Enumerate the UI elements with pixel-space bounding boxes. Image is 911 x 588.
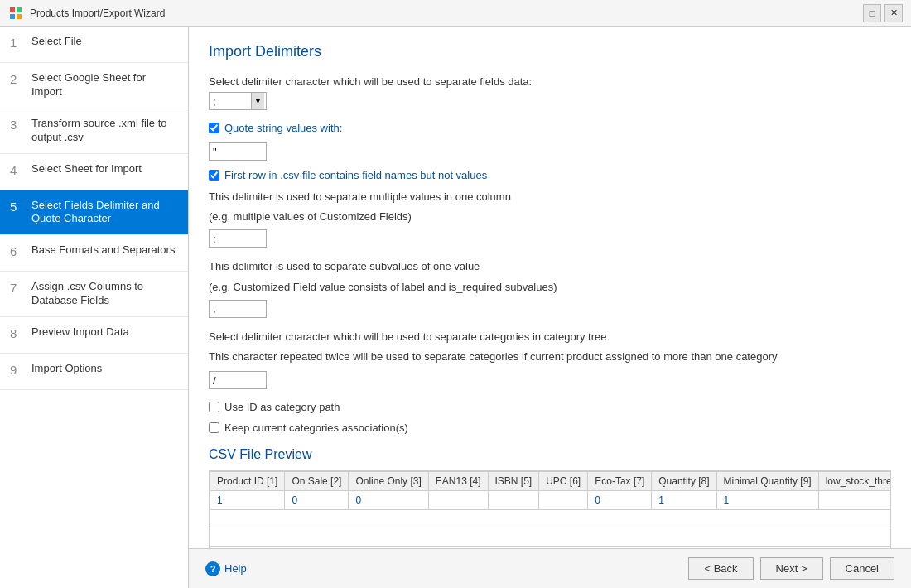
svg-rect-0 <box>10 7 15 12</box>
app-icon <box>8 6 23 21</box>
cancel-button[interactable]: Cancel <box>830 557 894 580</box>
header-col-2: On Sale [2] <box>285 472 349 491</box>
close-button[interactable]: ✕ <box>884 4 903 22</box>
cell-row1-col-7: 0 <box>588 491 652 510</box>
svg-rect-2 <box>10 14 15 19</box>
subvalue-desc1: This delimiter is used to separate subva… <box>209 259 891 274</box>
sidebar-item-4[interactable]: 4 Select Sheet for Import <box>0 154 188 190</box>
keepcat-label[interactable]: Keep current categories association(s) <box>224 422 408 434</box>
svg-rect-3 <box>17 14 22 19</box>
page-title: Import Delimiters <box>209 43 891 60</box>
useid-label[interactable]: Use ID as category path <box>224 401 340 413</box>
keepcat-checkbox-row: Keep current categories association(s) <box>209 422 891 434</box>
cell-row1-col-5 <box>488 491 539 510</box>
cell-row1-col-6 <box>539 491 588 510</box>
content-main: Import Delimiters Select delimiter chara… <box>189 27 911 548</box>
sidebar-item-label-7: Assign .csv Columns to Database Fields <box>31 280 178 308</box>
preview-table-header-row: Product ID [1]On Sale [2]Online Only [3]… <box>210 472 892 491</box>
header-col-7: Eco-Tax [7] <box>588 472 652 491</box>
preview-table-body: 100011 <box>210 491 892 548</box>
sidebar-item-label-1: Select File <box>31 35 82 49</box>
preview-table-wrapper: Product ID [1]On Sale [2]Online Only [3]… <box>209 470 891 548</box>
multivalue-desc1: This delimiter is used to separate multi… <box>209 190 891 205</box>
sidebar-item-label-2: Select Google Sheet for Import <box>31 71 178 99</box>
sidebar-item-label-3: Transform source .xml file to output .cs… <box>31 117 178 145</box>
sidebar-item-1[interactable]: 1 Select File <box>0 27 188 63</box>
useid-checkbox-row: Use ID as category path <box>209 401 891 413</box>
quote-label[interactable]: Quote string values with: <box>224 122 342 134</box>
preview-table-row-empty-1 <box>210 510 892 528</box>
delimiter-group: Select delimiter character which will be… <box>209 75 891 110</box>
preview-table: Product ID [1]On Sale [2]Online Only [3]… <box>210 471 891 548</box>
header-col-4: EAN13 [4] <box>428 472 488 491</box>
minimize-button[interactable]: □ <box>863 4 881 22</box>
subvalue-section: This delimiter is used to separate subva… <box>209 259 891 317</box>
cell-row1-col-4 <box>428 491 488 510</box>
header-col-9: Minimal Quantity [9] <box>716 472 818 491</box>
multivalue-desc2: (e.g. multiple values of Customized Fiel… <box>209 210 891 224</box>
csv-preview-title: CSV File Preview <box>209 447 891 462</box>
sidebar-item-6[interactable]: 6 Base Formats and Separators <box>0 235 188 272</box>
preview-table-row-1: 100011 <box>210 491 892 510</box>
sidebar-item-2[interactable]: 2 Select Google Sheet for Import <box>0 63 188 108</box>
header-col-1: Product ID [1] <box>210 472 285 491</box>
sidebar: 1 Select File 2 Select Google Sheet for … <box>0 27 189 588</box>
sidebar-item-8[interactable]: 8 Preview Import Data <box>0 317 188 354</box>
sidebar-item-label-9: Import Options <box>31 362 102 376</box>
category-desc1: Select delimiter character which will be… <box>209 330 891 345</box>
sidebar-item-number-4: 4 <box>10 163 23 177</box>
category-input[interactable] <box>209 371 267 389</box>
sidebar-item-9[interactable]: 9 Import Options <box>0 354 188 390</box>
firstrow-checkbox-row: First row in .csv file contains field na… <box>209 169 891 181</box>
useid-checkbox[interactable] <box>209 402 219 412</box>
window-controls: □ ✕ <box>863 4 903 22</box>
next-button[interactable]: Next > <box>760 557 823 580</box>
header-col-3: Online Only [3] <box>349 472 428 491</box>
multivalue-section: This delimiter is used to separate multi… <box>209 190 891 248</box>
category-input-row <box>209 371 891 389</box>
sidebar-item-label-4: Select Sheet for Import <box>31 162 142 176</box>
category-section: Select delimiter character which will be… <box>209 330 891 389</box>
multivalue-input[interactable] <box>209 229 267 248</box>
preview-table-row-empty-2 <box>210 528 892 547</box>
cell-row1-col-9: 1 <box>716 491 818 510</box>
title-bar: Products Import/Export Wizard □ ✕ <box>0 0 911 27</box>
footer-bar: ? Help < Back Next > Cancel <box>189 548 911 588</box>
subvalue-input-row <box>209 300 891 318</box>
delimiter-arrow-icon[interactable]: ▼ <box>251 93 264 109</box>
sidebar-item-number-9: 9 <box>10 363 23 377</box>
sidebar-item-number-6: 6 <box>10 244 23 258</box>
multivalue-input-row <box>209 229 891 248</box>
header-col-10: low_stock_threshold [10 <box>818 472 891 491</box>
header-col-8: Quantity [8] <box>652 472 716 491</box>
subvalue-input[interactable] <box>209 300 267 318</box>
quote-value-input[interactable] <box>209 142 267 161</box>
firstrow-label[interactable]: First row in .csv file contains field na… <box>224 169 487 181</box>
sidebar-item-7[interactable]: 7 Assign .csv Columns to Database Fields <box>0 272 188 317</box>
sidebar-item-label-6: Base Formats and Separators <box>31 243 175 258</box>
sidebar-item-3[interactable]: 3 Transform source .xml file to output .… <box>0 108 188 154</box>
back-button[interactable]: < Back <box>688 557 753 580</box>
preview-table-head: Product ID [1]On Sale [2]Online Only [3]… <box>210 472 892 491</box>
quote-checkbox-row: Quote string values with: <box>209 122 891 134</box>
main-container: 1 Select File 2 Select Google Sheet for … <box>0 27 911 588</box>
quote-input-row <box>209 142 891 161</box>
firstrow-checkbox[interactable] <box>209 170 219 181</box>
cell-row1-col-3: 0 <box>349 491 428 510</box>
help-link[interactable]: ? Help <box>205 561 247 576</box>
sidebar-item-number-5: 5 <box>10 200 23 214</box>
subvalue-desc2: (e.g. Customized Field value consists of… <box>209 280 891 295</box>
content-area: Import Delimiters Select delimiter chara… <box>189 27 911 588</box>
sidebar-item-number-8: 8 <box>10 326 23 340</box>
header-col-6: UPC [6] <box>539 472 588 491</box>
sidebar-item-number-1: 1 <box>10 36 23 50</box>
keepcat-checkbox[interactable] <box>209 422 219 433</box>
csv-preview-section: CSV File Preview Product ID [1]On Sale [… <box>209 447 891 548</box>
delimiter-label: Select delimiter character which will be… <box>209 75 891 88</box>
delimiter-dropdown[interactable]: ▼ <box>209 92 267 110</box>
quote-checkbox[interactable] <box>209 123 219 133</box>
delimiter-input[interactable] <box>210 94 251 109</box>
svg-rect-1 <box>17 7 22 12</box>
footer-buttons: < Back Next > Cancel <box>688 557 894 580</box>
sidebar-item-5[interactable]: 5 Select Fields Delimiter and Quote Char… <box>0 190 188 236</box>
